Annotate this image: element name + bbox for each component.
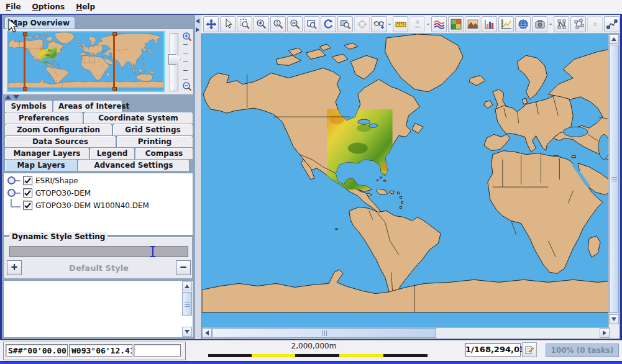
line-chart-button[interactable] xyxy=(498,16,514,32)
tab-preferences[interactable]: Preferences xyxy=(4,112,83,124)
polyline-edit-button[interactable] xyxy=(604,16,620,32)
tab-printing[interactable]: Printing xyxy=(116,135,193,147)
elevation-layers-button[interactable] xyxy=(431,16,447,32)
zoom-dynamic-button[interactable] xyxy=(270,16,286,32)
query-button[interactable] xyxy=(337,16,353,32)
tree-item-label[interactable]: ESRI/Shape xyxy=(35,176,78,185)
add-view-button[interactable] xyxy=(371,16,386,32)
scroll-left-button[interactable] xyxy=(202,328,212,338)
tree-item-gtopo30-dem-file[interactable]: GTOPO30-DEM W100N40.DEM xyxy=(4,200,193,211)
tab-data-sources[interactable]: Data Sources xyxy=(4,135,116,147)
zoom-preview-button[interactable] xyxy=(304,16,319,32)
scrollbar-thumb[interactable] xyxy=(182,292,192,316)
add-style-button[interactable]: + xyxy=(7,260,22,275)
zoom-out-overview-icon[interactable] xyxy=(182,81,192,91)
tab-row: Zoom Configuration Grid Settings xyxy=(4,124,193,135)
view-extent-line-right[interactable] xyxy=(113,32,115,91)
right-panel xyxy=(201,15,620,339)
polygon-edit-button[interactable] xyxy=(570,16,586,32)
refresh-button[interactable] xyxy=(321,16,336,32)
zoom-in-overview-icon[interactable] xyxy=(182,32,192,42)
latitude-field: S##°00'00.00" xyxy=(6,344,68,357)
zoom-slider-thumb[interactable] xyxy=(168,54,181,65)
main-map[interactable] xyxy=(202,34,609,327)
scale-ratio-field[interactable]: 1/168,294,033 xyxy=(465,343,521,357)
bar-chart-button[interactable] xyxy=(482,16,497,32)
tree-item-esri-shape[interactable]: ESRI/Shape xyxy=(4,175,193,186)
tree-item-label[interactable]: GTOPO30-DEM xyxy=(35,189,91,198)
select-button[interactable] xyxy=(220,16,236,32)
slider-tick xyxy=(183,61,188,62)
globe-button[interactable] xyxy=(515,16,531,32)
zoom-window-button[interactable] xyxy=(237,16,252,32)
expand-down-icon[interactable] xyxy=(13,95,19,99)
measure-button[interactable] xyxy=(393,16,408,32)
horizontal-splitter-buttons[interactable] xyxy=(5,95,30,100)
tree-connector xyxy=(16,193,21,194)
tab-coordinate-system[interactable]: Coordinate System xyxy=(83,112,193,124)
coordinate-readout-group: S##°00'00.00" W093°06'12.41" xyxy=(3,342,186,360)
map-horizontal-scrollbar[interactable] xyxy=(202,327,610,339)
tree-collapse-handle-icon[interactable] xyxy=(7,176,16,184)
tab-grid-settings[interactable]: Grid Settings xyxy=(112,124,193,135)
tab-compass[interactable]: Compass xyxy=(135,147,193,159)
menu-item-help[interactable]: Help xyxy=(70,1,101,13)
tab-manager-layers[interactable]: Manager Layers xyxy=(4,147,89,159)
zoom-dynamic-icon xyxy=(273,19,284,30)
point-edit-button[interactable] xyxy=(587,16,603,32)
menu-item-options[interactable]: Options xyxy=(27,1,71,13)
tab-map-layers[interactable]: Map Layers xyxy=(4,159,78,171)
scroll-down-button[interactable] xyxy=(609,314,619,324)
arrow-right-icon xyxy=(603,330,606,335)
tab-map-overview[interactable]: Map Overview xyxy=(4,17,75,29)
menu-item-file[interactable]: File xyxy=(0,1,27,13)
toolbar-separator xyxy=(548,16,553,32)
overview-zoom-slider[interactable] xyxy=(165,30,192,93)
node-edit-button[interactable] xyxy=(554,16,569,32)
splitter-expand-right-icon[interactable] xyxy=(196,27,199,32)
camera-icon xyxy=(534,19,546,30)
snapshot-button[interactable] xyxy=(532,16,547,32)
globe-icon xyxy=(518,19,529,30)
collapse-up-icon[interactable] xyxy=(5,95,11,99)
tree-expand-handle-icon[interactable] xyxy=(7,189,16,197)
pointer-icon xyxy=(222,19,234,30)
vertical-splitter[interactable] xyxy=(195,15,201,339)
scroll-up-button[interactable] xyxy=(182,281,192,291)
edit-scale-button[interactable] xyxy=(522,342,537,357)
view-extent-line-left[interactable] xyxy=(24,32,25,91)
style-list xyxy=(3,280,193,338)
tree-item-gtopo30-dem[interactable]: GTOPO30-DEM xyxy=(4,188,193,198)
default-style-label: Default Style xyxy=(22,263,176,273)
layer-checkbox[interactable] xyxy=(23,176,32,185)
tree-item-label[interactable]: GTOPO30-DEM W100N40.DEM xyxy=(35,201,149,210)
raster-style-button[interactable] xyxy=(448,16,464,32)
slider-tick xyxy=(183,70,188,71)
tab-advanced-settings[interactable]: Advanced Settings xyxy=(78,159,190,171)
pan-button[interactable] xyxy=(203,16,219,32)
zoom-in-button[interactable] xyxy=(254,16,269,32)
scroll-up-button[interactable] xyxy=(609,34,619,44)
map-vertical-scrollbar[interactable] xyxy=(608,34,620,339)
scrollbar-thumb[interactable] xyxy=(213,328,436,338)
arrow-left-icon xyxy=(205,330,209,335)
locate-button[interactable] xyxy=(354,16,370,32)
zoom-out-button[interactable] xyxy=(287,16,303,32)
layer-checkbox[interactable] xyxy=(23,201,32,210)
bar-chart-icon xyxy=(484,19,495,30)
scroll-down-button[interactable] xyxy=(182,327,192,337)
query-icon xyxy=(340,19,351,30)
tab-legend[interactable]: Legend xyxy=(89,147,135,159)
tab-areas-of-interest[interactable]: Areas of Interest xyxy=(53,100,122,112)
scrollbar-thumb[interactable] xyxy=(609,45,619,313)
layer-checkbox[interactable] xyxy=(23,188,32,198)
profile-button[interactable] xyxy=(409,16,425,32)
dynamic-style-slider[interactable] xyxy=(9,246,188,257)
tab-zoom-configuration[interactable]: Zoom Configuration xyxy=(4,124,112,135)
splitter-collapse-left-icon[interactable] xyxy=(196,19,199,24)
overview-map[interactable] xyxy=(7,31,165,92)
scroll-right-button[interactable] xyxy=(600,328,610,338)
remove-style-button[interactable]: − xyxy=(176,260,191,275)
tab-symbols[interactable]: Symbols xyxy=(4,100,53,112)
terrain-button[interactable] xyxy=(465,16,480,32)
